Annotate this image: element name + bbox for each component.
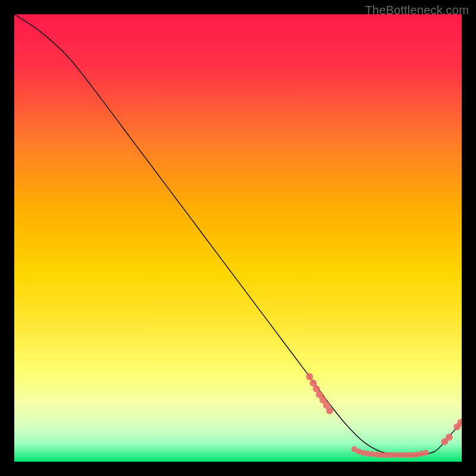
- marker-marker-cluster-bottom: [423, 450, 429, 456]
- chart-frame: TheBottleneck.com: [0, 0, 476, 476]
- chart-svg: [14, 14, 462, 462]
- plot-area: [14, 14, 462, 462]
- marker-marker-cluster-right: [446, 434, 453, 441]
- marker-marker-cluster-left: [326, 407, 333, 414]
- marker-marker-cluster-left: [306, 373, 313, 380]
- gradient-background: [14, 14, 462, 462]
